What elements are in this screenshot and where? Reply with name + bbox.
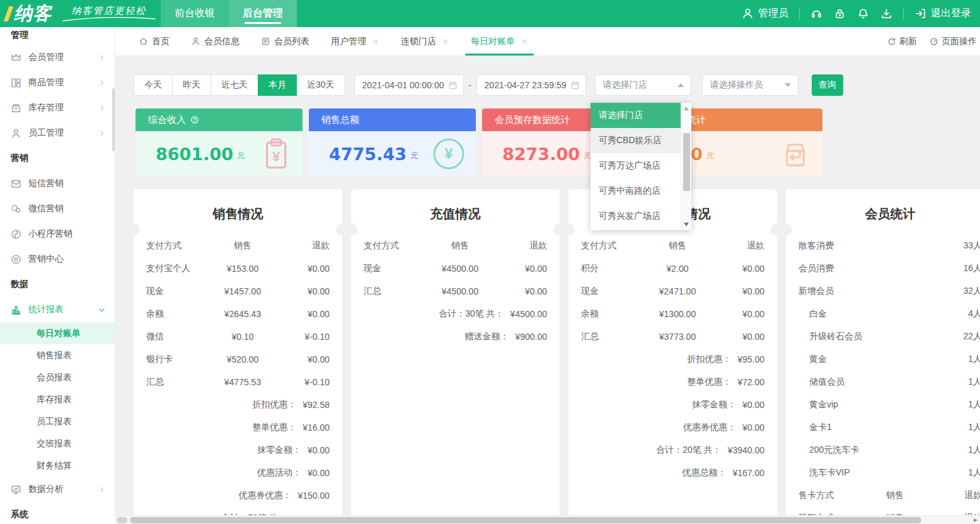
bell-icon[interactable] — [857, 8, 869, 20]
cell: ¥0.00 — [279, 264, 330, 274]
main-content: 今天昨天近七天本月近30天 2021-04-01 00:00:00 - 2021… — [115, 56, 980, 524]
home-icon — [139, 37, 148, 46]
sidebar-item[interactable]: 会员管理 — [0, 45, 115, 70]
store-dropdown-options: 请选择门店可秀CBD娱乐店可秀万达广场店可秀中南路的店可秀兴发广场店 — [591, 103, 681, 230]
scrollbar-left-button[interactable] — [117, 517, 127, 523]
refresh-icon — [887, 37, 896, 46]
scroll-up-arrow-icon[interactable] — [684, 107, 689, 110]
lock-icon[interactable] — [834, 8, 846, 20]
cell: ¥-0.10 — [279, 332, 330, 342]
coin-icon: ¥ — [430, 136, 467, 172]
search-button[interactable]: 查询 — [812, 74, 843, 96]
page-tab[interactable]: 会员信息 — [180, 27, 250, 55]
dropdown-option[interactable]: 可秀万达广场店 — [591, 153, 681, 178]
horizontal-scrollbar[interactable] — [115, 515, 980, 524]
dropdown-option[interactable]: 可秀CBD娱乐店 — [591, 128, 681, 153]
cell: 积分 — [581, 263, 641, 274]
tab-bar: 首页会员信息会员列表用户管理连锁门店每日对账单 刷新 页面操作 — [115, 27, 980, 56]
sidebar-item-label: 统计报表 — [28, 304, 64, 315]
cell: 现金 — [364, 263, 424, 274]
return-box-icon — [777, 136, 814, 172]
dropdown-option[interactable]: 可秀兴发广场店 — [591, 204, 681, 229]
logo-text: 纳客 — [14, 4, 52, 23]
cell: ¥0.00 — [714, 309, 764, 319]
headset-icon[interactable] — [810, 8, 822, 20]
sidebar-item-label: 小程序营销 — [28, 228, 72, 240]
quick-range-button[interactable]: 近30天 — [296, 74, 345, 96]
close-icon[interactable] — [521, 38, 528, 45]
sidebar-subitem[interactable]: 交班报表 — [0, 433, 115, 455]
summary-label: 优惠活动： — [257, 467, 301, 479]
user-menu[interactable]: 管理员 — [742, 7, 788, 20]
dropdown-scrollbar — [681, 103, 691, 230]
sidebar-item[interactable]: 营销中心 — [0, 247, 115, 272]
logout-button[interactable]: 退出登录 — [914, 7, 971, 20]
sidebar-item[interactable]: 商品管理 — [0, 70, 115, 95]
sidebar-scrollbar[interactable] — [112, 88, 115, 151]
sidebar-item[interactable]: 员工管理 — [0, 120, 115, 146]
close-icon[interactable] — [442, 38, 449, 45]
sidebar-item[interactable]: 统计报表 — [0, 297, 115, 322]
download-icon[interactable] — [880, 8, 892, 20]
sidebar-subitem[interactable]: 会员报表 — [0, 366, 115, 388]
quick-range-button[interactable]: 本月 — [258, 74, 297, 96]
start-date-input[interactable]: 2021-04-01 00:00:00 — [354, 74, 464, 96]
summary-value: ¥0.00 — [308, 468, 330, 478]
sidebar-item[interactable]: 短信营销 — [0, 171, 115, 196]
stat-row: 新增会员32人 — [786, 280, 980, 303]
sidebar-subitem[interactable]: 库存报表 — [0, 388, 115, 410]
page-operations-button[interactable]: 页面操作 — [930, 36, 977, 47]
sidebar-item[interactable]: 库存管理 — [0, 95, 115, 120]
scrollbar-thumb[interactable] — [130, 517, 921, 523]
card-body: 4775.43元¥ — [309, 131, 476, 177]
scroll-down-arrow-icon[interactable] — [684, 223, 689, 226]
sidebar-subitem[interactable]: 每日对账单 — [0, 322, 115, 344]
card-amount: 8601.00 — [156, 146, 233, 163]
sidebar-subitem[interactable]: 员工报表 — [0, 410, 115, 433]
sidebar-section-label: 营销 — [0, 146, 115, 171]
store-select[interactable]: 请选择门店 — [595, 74, 691, 96]
scrollbar-thumb[interactable] — [683, 133, 690, 191]
dropdown-option[interactable]: 可秀中南路的店 — [591, 178, 681, 204]
chevron-down-icon — [785, 83, 791, 87]
page-tab[interactable]: 每日对账单 — [460, 27, 539, 55]
help-icon[interactable] — [190, 115, 199, 124]
cell: 支付方式 — [146, 240, 206, 252]
header-user-area: 管理员 退出登录 — [742, 0, 971, 27]
sidebar-subitem[interactable]: 财务结算 — [0, 455, 115, 477]
wechat-icon — [11, 204, 21, 214]
page-tab[interactable]: 用户管理 — [320, 27, 390, 55]
chevron-up-icon — [677, 83, 684, 87]
summary-value: ¥167.00 — [732, 468, 764, 478]
end-date-input[interactable]: 2021-04-27 23:59:59 — [476, 74, 586, 96]
sidebar-item[interactable]: 数据分析 — [0, 477, 115, 502]
summary-value: ¥95.00 — [737, 354, 764, 364]
quick-range-button[interactable]: 近七天 — [210, 74, 258, 96]
main-nav-tab[interactable]: 前台收银 — [161, 0, 229, 27]
page-tab[interactable]: 连锁门店 — [390, 27, 460, 55]
quick-range-button[interactable]: 昨天 — [172, 74, 211, 96]
cell: ¥0.00 — [714, 264, 764, 274]
stat-label: 白金 — [798, 308, 968, 320]
page-tab[interactable]: 会员列表 — [250, 27, 320, 55]
page-tab[interactable]: 首页 — [128, 27, 180, 55]
dropdown-option[interactable]: 请选择门店 — [591, 103, 681, 128]
sidebar-item[interactable]: 微信营销 — [0, 196, 115, 221]
operator-select[interactable]: 请选择操作员 — [702, 74, 798, 96]
target-icon — [11, 254, 21, 265]
divider — [799, 9, 800, 19]
cell: ¥1457.00 — [206, 286, 279, 296]
quick-range-button[interactable]: 今天 — [134, 74, 173, 96]
refresh-button[interactable]: 刷新 — [887, 36, 917, 47]
cell: ¥0.10 — [206, 332, 279, 342]
sidebar-item[interactable]: 小程序营销 — [0, 221, 115, 247]
cell: ¥2645.43 — [206, 309, 279, 319]
main-nav-tab[interactable]: 后台管理 — [229, 0, 297, 27]
date-range-separator: - — [464, 80, 476, 90]
stat-label: 新增会员 — [798, 286, 963, 297]
sidebar-subitem[interactable]: 销售报表 — [0, 344, 115, 366]
monitor-icon — [11, 484, 21, 495]
summary-value: ¥16.00 — [303, 422, 330, 433]
scroll-right-arrow-icon[interactable] — [974, 518, 977, 522]
close-icon[interactable] — [372, 38, 379, 45]
